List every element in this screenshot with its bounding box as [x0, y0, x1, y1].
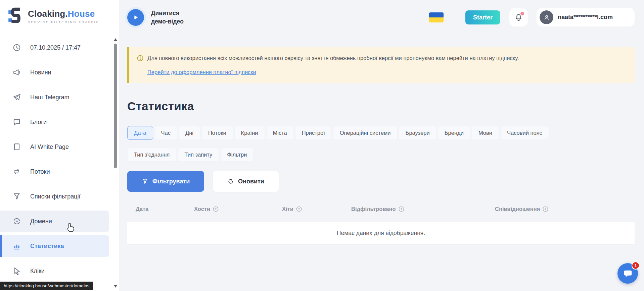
sidebar-item-clicks[interactable]: Кліки [0, 260, 109, 282]
sidebar-item-statistics[interactable]: Статистика [0, 235, 109, 257]
chat-bubble-icon [12, 118, 21, 126]
language-flag-ukraine[interactable] [429, 12, 444, 22]
sidebar: Cloaking.House SERVICE FILTERING TRAFFIC… [0, 0, 119, 291]
chip-date[interactable]: Дата [127, 126, 153, 140]
notifications-button[interactable] [509, 8, 528, 26]
column-header-hosts[interactable]: Хости ? [194, 206, 282, 212]
chip-devices[interactable]: Пристрої [295, 126, 332, 140]
sidebar-scrollbar[interactable] [113, 38, 118, 288]
plan-badge-label: Starter [473, 14, 493, 21]
chip-operating-systems[interactable]: Операційні системи [333, 126, 398, 140]
logo[interactable]: Cloaking.House SERVICE FILTERING TRAFFIC [8, 7, 99, 25]
chip-days[interactable]: Дні [179, 126, 200, 140]
stats-dimension-tabs: Дата Час Дні Потоки Країни Міста Пристро… [127, 126, 635, 162]
help-icon[interactable]: ? [213, 206, 219, 212]
sidebar-item-telegram[interactable]: Наш Telegram [0, 86, 109, 108]
brand-name: Cloaking.House [28, 9, 99, 19]
user-account-button[interactable]: naata**********l.com [537, 8, 635, 26]
cursor-icon [12, 267, 21, 275]
flag-yellow-half [429, 17, 444, 22]
chat-unread-badge: 1 [632, 261, 640, 270]
svg-text:?: ? [298, 208, 300, 211]
messenger-icon [623, 269, 633, 279]
chip-timezone[interactable]: Часовий пояс [500, 126, 549, 140]
svg-text:?: ? [215, 208, 217, 211]
chip-request-type[interactable]: Тип запиту [178, 148, 219, 162]
subscription-link[interactable]: Перейти до оформлення платної підписки [147, 69, 256, 75]
brand-text: Cloaking.House SERVICE FILTERING TRAFFIC [28, 9, 99, 24]
chip-filters[interactable]: Фільтри [220, 148, 254, 162]
funnel-icon [12, 192, 21, 201]
chip-streams[interactable]: Потоки [201, 126, 233, 140]
sidebar-item-label: Списки фільтрації [30, 193, 81, 200]
sidebar-item-label: AI White Page [30, 143, 69, 151]
brand-logo-icon [8, 7, 24, 25]
column-header-filtered[interactable]: Відфільтровано ? [351, 206, 495, 212]
brand-name-dark: Cloaking. [28, 9, 68, 19]
brand-tagline: SERVICE FILTERING TRAFFIC [28, 20, 99, 24]
app-screen: Cloaking.House SERVICE FILTERING TRAFFIC… [0, 0, 644, 291]
column-header-ratio[interactable]: Співвідношення ? [495, 206, 635, 212]
help-icon[interactable]: ? [296, 206, 302, 212]
status-url-tooltip: https://cloaking.house/webmaster/domains [0, 282, 93, 290]
demo-video-label[interactable]: Дивитися демо-відео [151, 9, 184, 26]
www-globe-icon: w [12, 217, 21, 226]
sidebar-item-datetime: 07.10.2025 / 17:47 [0, 37, 109, 58]
sidebar-item-label: Домени [30, 218, 52, 225]
chip-time[interactable]: Час [154, 126, 177, 140]
scrollbar-up-arrow[interactable] [114, 38, 117, 41]
stats-actions: Фільтрувати Оновити [127, 171, 279, 192]
brand-name-accent: House [68, 9, 95, 19]
svg-text:w: w [15, 220, 18, 223]
megaphone-icon [12, 68, 21, 77]
plan-badge-button[interactable]: Starter [465, 10, 500, 24]
chip-browsers[interactable]: Браузери [399, 126, 436, 140]
sidebar-nav: 07.10.2025 / 17:47 Новини Наш Telegram Б… [0, 37, 119, 285]
scrollbar-down-arrow[interactable] [114, 285, 117, 288]
column-header-date[interactable]: Дата [136, 206, 194, 212]
refresh-icon [227, 178, 234, 185]
clock-icon [12, 43, 21, 52]
scrollbar-thumb[interactable] [114, 44, 117, 168]
avatar [540, 10, 553, 24]
flag-blue-half [429, 12, 444, 17]
chip-cities[interactable]: Міста [266, 126, 294, 140]
sidebar-item-label: Статистика [30, 243, 64, 250]
help-icon[interactable]: ? [542, 206, 549, 212]
sidebar-item-domains[interactable]: w Домени [0, 211, 109, 232]
sidebar-item-label: 07.10.2025 / 17:47 [30, 44, 81, 51]
sidebar-item-blogs[interactable]: Блоги [0, 111, 109, 133]
demo-video-play-button[interactable] [127, 9, 144, 26]
chip-languages[interactable]: Мови [472, 126, 499, 140]
mouse-hand-cursor [66, 223, 75, 233]
paper-plane-icon [12, 93, 21, 102]
chat-widget-button[interactable]: 1 [617, 263, 638, 284]
page-icon [12, 142, 21, 151]
column-label: Відфільтровано [351, 206, 396, 212]
sidebar-item-filter-lists[interactable]: Списки фільтрації [0, 186, 109, 207]
person-icon [543, 14, 550, 21]
refresh-button-label: Оновити [238, 178, 264, 185]
sidebar-item-label: Потоки [30, 168, 50, 175]
chip-countries[interactable]: Країни [234, 126, 265, 140]
svg-text:?: ? [545, 208, 546, 211]
banner-message: Для повного використання всіх можливосте… [147, 54, 519, 62]
sidebar-item-news[interactable]: Новини [0, 62, 109, 83]
refresh-button[interactable]: Оновити [213, 171, 279, 192]
sidebar-item-label: Наш Telegram [30, 94, 69, 101]
help-icon[interactable]: ? [398, 206, 405, 212]
filter-button[interactable]: Фільтрувати [127, 171, 204, 192]
column-header-hits[interactable]: Хіти ? [282, 206, 351, 212]
demo-video-label-line2: демо-відео [151, 17, 184, 26]
stats-table-header: Дата Хости ? Хіти ? Відфільтровано ? Спі… [127, 206, 635, 212]
warning-icon [137, 55, 144, 62]
trial-warning-banner: Для повного використання всіх можливосте… [127, 47, 635, 83]
chip-connection-type[interactable]: Тип з'єднання [127, 148, 176, 162]
sidebar-item-label: Новини [30, 69, 51, 76]
chip-brands[interactable]: Бренди [438, 126, 470, 140]
table-empty-state: Немає даних для відображення. [127, 222, 635, 244]
sync-arrows-icon [12, 167, 21, 176]
column-label: Хости [194, 206, 210, 212]
sidebar-item-ai-white-page[interactable]: AI White Page [0, 136, 109, 158]
sidebar-item-streams[interactable]: Потоки [0, 161, 109, 182]
